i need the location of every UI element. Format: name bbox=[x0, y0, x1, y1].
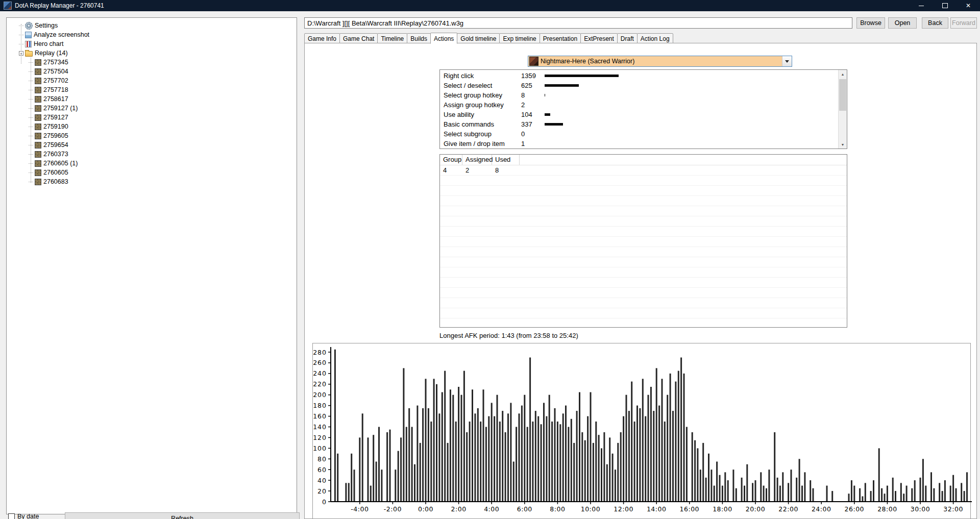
tree-item-label: 2759654 bbox=[43, 141, 68, 149]
tree-item-replay[interactable]: 2757702 bbox=[7, 76, 297, 85]
tree-item-hero-chart[interactable]: Hero chart bbox=[7, 39, 297, 48]
action-label: Select group hotkey bbox=[440, 91, 521, 99]
replay-file-icon bbox=[35, 105, 41, 112]
gear-icon bbox=[25, 22, 33, 30]
svg-text:0: 0 bbox=[322, 498, 327, 506]
action-count-row[interactable]: Select / deselect625 bbox=[440, 81, 838, 90]
title-bar[interactable]: DotA Replay Manager - 2760741 ✕ bbox=[0, 0, 980, 11]
action-count-row[interactable]: Basic commands337 bbox=[440, 119, 838, 129]
tree-item-replay[interactable]: 2757504 bbox=[7, 67, 297, 76]
group-cell: 4 bbox=[440, 166, 462, 174]
tab-builds[interactable]: Builds bbox=[407, 33, 431, 43]
tab-gold-timeline[interactable]: Gold timeline bbox=[457, 33, 500, 43]
tree-item-label: 2757345 bbox=[43, 59, 68, 66]
svg-text:220: 220 bbox=[313, 380, 327, 388]
tree-item-replay[interactable]: 2757718 bbox=[7, 85, 297, 94]
group-col-header[interactable]: Used bbox=[492, 155, 520, 165]
dropdown-arrow-button[interactable] bbox=[782, 56, 792, 66]
tree-item-replay[interactable]: 2760373 bbox=[7, 150, 297, 159]
group-cell: 8 bbox=[492, 166, 520, 174]
action-count-row[interactable]: Use ability104 bbox=[440, 110, 838, 119]
tree-item-settings[interactable]: Settings bbox=[7, 21, 297, 30]
apm-chart: 020406080100120140160180200220240260280-… bbox=[308, 342, 975, 519]
scroll-up-icon[interactable]: ▲ bbox=[839, 70, 847, 78]
group-table-empty-row bbox=[440, 267, 847, 278]
tree-item-label: 2757504 bbox=[43, 68, 68, 75]
tree-item-replay[interactable]: 2759127 (1) bbox=[7, 104, 297, 113]
tree-item-replay[interactable]: 2760605 (1) bbox=[7, 159, 297, 168]
action-count-row[interactable]: Right click1359 bbox=[440, 71, 838, 81]
group-table-row[interactable]: 428 bbox=[440, 165, 847, 176]
group-table-empty-row bbox=[440, 288, 847, 298]
browse-button[interactable]: Browse bbox=[856, 17, 885, 29]
scrollbar-thumb[interactable] bbox=[839, 79, 846, 111]
tree-item-replay[interactable]: 2759127 bbox=[7, 113, 297, 122]
svg-text:16:00: 16:00 bbox=[680, 505, 700, 513]
action-count-row[interactable]: Select subgroup0 bbox=[440, 129, 838, 139]
replay-list: 2757345275750427577022757718275861727591… bbox=[7, 58, 297, 186]
group-table-empty-row bbox=[440, 237, 847, 247]
tab-draft[interactable]: Draft bbox=[617, 33, 638, 43]
tab-timeline[interactable]: Timeline bbox=[377, 33, 407, 43]
action-count-row[interactable]: Assign group hotkey2 bbox=[440, 100, 838, 110]
refresh-button[interactable]: Refresh bbox=[65, 512, 300, 519]
maximize-button[interactable] bbox=[933, 0, 957, 11]
tree-item-label: 2760373 bbox=[43, 151, 68, 158]
minimize-icon bbox=[919, 6, 924, 6]
tree-item-replay[interactable]: 2758617 bbox=[7, 94, 297, 104]
group-table-empty-row bbox=[440, 186, 847, 196]
action-label: Right click bbox=[440, 72, 521, 80]
minimize-button[interactable] bbox=[910, 0, 933, 11]
replay-file-icon bbox=[35, 78, 41, 84]
scroll-down-icon[interactable]: ▼ bbox=[839, 140, 847, 149]
action-list-scrollbar[interactable]: ▲ ▼ bbox=[838, 70, 847, 149]
replay-file-icon bbox=[35, 87, 41, 93]
open-button[interactable]: Open bbox=[888, 17, 917, 29]
group-col-header[interactable]: Assigned bbox=[462, 155, 492, 165]
tab-game-info[interactable]: Game Info bbox=[304, 33, 340, 43]
tab-game-chat[interactable]: Game Chat bbox=[339, 33, 378, 43]
tree-item-replay[interactable]: 2757345 bbox=[7, 58, 297, 67]
player-select-dropdown[interactable]: Nightmare-Here (Sacred Warrior) bbox=[528, 56, 792, 67]
tab-exp-timeline[interactable]: Exp timeline bbox=[499, 33, 540, 43]
by-date-checkbox[interactable] bbox=[8, 513, 15, 519]
back-button[interactable]: Back bbox=[922, 17, 948, 29]
tree-item-replay[interactable]: 2760605 bbox=[7, 168, 297, 177]
tree-item-replay[interactable]: 2759190 bbox=[7, 122, 297, 131]
group-col-header[interactable]: Group bbox=[440, 155, 462, 165]
group-table-empty-row bbox=[440, 257, 847, 267]
tree-item-replay[interactable]: 2759605 bbox=[7, 131, 297, 140]
replay-path-input[interactable] bbox=[304, 17, 852, 29]
tree-item-analyze-screenshot[interactable]: Analyze screenshot bbox=[7, 30, 297, 39]
tree-item-replay[interactable]: 2759654 bbox=[7, 140, 297, 150]
tree-item-label: 2759190 bbox=[43, 123, 68, 130]
group-table-empty-row bbox=[440, 298, 847, 308]
tree-item-label: 2759605 bbox=[43, 132, 68, 139]
svg-text:80: 80 bbox=[317, 455, 327, 463]
tab-presentation[interactable]: Presentation bbox=[540, 33, 581, 43]
tree-item-label: Hero chart bbox=[34, 40, 63, 47]
afk-period-text: Longest AFK period: 1:43 (from 23:58 to … bbox=[439, 332, 578, 339]
replay-file-icon bbox=[35, 151, 41, 158]
tab-actions[interactable]: Actions bbox=[430, 33, 457, 44]
tree-item-label: Analyze screenshot bbox=[34, 31, 89, 38]
action-label: Assign group hotkey bbox=[440, 101, 521, 109]
tab-action-log[interactable]: Action Log bbox=[637, 33, 673, 43]
close-button[interactable]: ✕ bbox=[957, 0, 980, 11]
action-value: 8 bbox=[521, 91, 545, 99]
by-date-label: By date bbox=[17, 513, 39, 519]
tree-item-label: Replay (14) bbox=[35, 50, 68, 57]
action-count-row[interactable]: Select group hotkey8 bbox=[440, 90, 838, 100]
group-table-empty-row bbox=[440, 216, 847, 227]
tree-item-replay[interactable]: 2760683 bbox=[7, 177, 297, 186]
action-value: 337 bbox=[521, 120, 545, 128]
tree-item-replay-folder[interactable]: - Replay (14) bbox=[7, 48, 297, 58]
replay-tree-panel: Settings Analyze screenshot Hero chart -… bbox=[6, 17, 297, 514]
screenshot-icon bbox=[25, 32, 32, 38]
action-label: Select subgroup bbox=[440, 130, 521, 138]
tree-item-label: 2760605 (1) bbox=[43, 160, 78, 167]
replay-file-icon bbox=[35, 142, 41, 149]
tab-extpresent[interactable]: ExtPresent bbox=[580, 33, 618, 43]
group-table-empty-row bbox=[440, 318, 847, 328]
action-count-row[interactable]: Give item / drop item1 bbox=[440, 139, 838, 149]
